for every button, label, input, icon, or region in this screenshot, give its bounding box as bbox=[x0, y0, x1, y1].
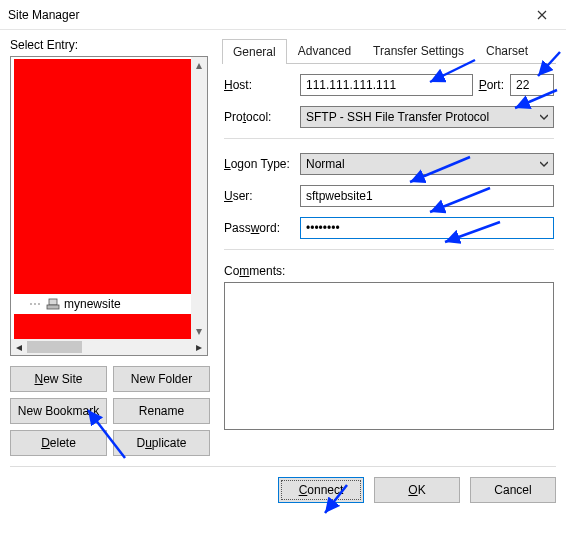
separator-2 bbox=[224, 249, 554, 250]
site-manager-window: Site Manager Select Entry: ⋯ mynewsite bbox=[0, 0, 566, 539]
password-label: Password: bbox=[224, 221, 294, 235]
tab-advanced[interactable]: Advanced bbox=[287, 38, 362, 63]
comments-textarea[interactable] bbox=[224, 282, 554, 430]
chevron-down-icon bbox=[540, 113, 548, 121]
separator-1 bbox=[224, 138, 554, 139]
vertical-scrollbar[interactable]: ▴ ▾ bbox=[191, 57, 207, 339]
site-name: mynewsite bbox=[64, 297, 121, 311]
server-icon bbox=[46, 297, 60, 311]
scroll-left-button[interactable]: ◂ bbox=[11, 339, 27, 355]
tab-general[interactable]: General bbox=[222, 39, 287, 64]
site-buttons: New Site New Folder New Bookmark Rename … bbox=[10, 366, 210, 456]
scroll-thumb[interactable] bbox=[27, 341, 82, 353]
logon-type-label: Logon Type: bbox=[224, 157, 294, 171]
tab-bar: General Advanced Transfer Settings Chars… bbox=[222, 38, 556, 64]
horizontal-scrollbar[interactable]: ◂ ▸ bbox=[11, 339, 207, 355]
svg-rect-0 bbox=[49, 299, 57, 305]
scroll-down-button[interactable]: ▾ bbox=[191, 323, 207, 339]
user-label: User: bbox=[224, 189, 294, 203]
duplicate-button[interactable]: Duplicate bbox=[113, 430, 210, 456]
right-panel: General Advanced Transfer Settings Chars… bbox=[222, 38, 556, 456]
new-folder-button[interactable]: New Folder bbox=[113, 366, 210, 392]
close-button[interactable] bbox=[520, 1, 564, 29]
redacted-block-top bbox=[14, 59, 191, 294]
tree-connector: ⋯ bbox=[29, 297, 42, 311]
new-site-button[interactable]: New Site bbox=[10, 366, 107, 392]
scroll-up-button[interactable]: ▴ bbox=[191, 57, 207, 73]
comments-label: Comments: bbox=[224, 264, 554, 278]
tree-content: ⋯ mynewsite bbox=[11, 57, 191, 339]
general-form: Host: Port: Protocol: SFTP - SSH File Tr… bbox=[222, 64, 556, 433]
logon-type-value: Normal bbox=[306, 157, 345, 171]
left-panel: Select Entry: ⋯ mynewsite ▴ ▾ bbox=[10, 38, 210, 456]
protocol-value: SFTP - SSH File Transfer Protocol bbox=[306, 110, 489, 124]
redacted-block-bottom bbox=[14, 314, 191, 339]
rename-button[interactable]: Rename bbox=[113, 398, 210, 424]
password-input[interactable] bbox=[300, 217, 554, 239]
select-entry-label: Select Entry: bbox=[10, 38, 210, 52]
connect-button[interactable]: Connect bbox=[278, 477, 364, 503]
footer-buttons: Connect OK Cancel bbox=[0, 467, 566, 515]
host-label: Host: bbox=[224, 78, 294, 92]
user-input[interactable] bbox=[300, 185, 554, 207]
logon-type-select[interactable]: Normal bbox=[300, 153, 554, 175]
delete-button[interactable]: Delete bbox=[10, 430, 107, 456]
protocol-select[interactable]: SFTP - SSH File Transfer Protocol bbox=[300, 106, 554, 128]
protocol-label: Protocol: bbox=[224, 110, 294, 124]
site-entry-mynewsite[interactable]: ⋯ mynewsite bbox=[29, 296, 121, 312]
title-bar: Site Manager bbox=[0, 0, 566, 30]
port-input[interactable] bbox=[510, 74, 554, 96]
scroll-right-button[interactable]: ▸ bbox=[191, 339, 207, 355]
window-title: Site Manager bbox=[8, 8, 520, 22]
tab-transfer-settings[interactable]: Transfer Settings bbox=[362, 38, 475, 63]
new-bookmark-button[interactable]: New Bookmark bbox=[10, 398, 107, 424]
chevron-down-icon bbox=[540, 160, 548, 168]
cancel-button[interactable]: Cancel bbox=[470, 477, 556, 503]
port-label: Port: bbox=[479, 78, 504, 92]
site-tree[interactable]: ⋯ mynewsite ▴ ▾ ◂ ▸ bbox=[10, 56, 208, 356]
host-input[interactable] bbox=[300, 74, 473, 96]
close-icon bbox=[537, 10, 547, 20]
tab-charset[interactable]: Charset bbox=[475, 38, 539, 63]
ok-button[interactable]: OK bbox=[374, 477, 460, 503]
svg-rect-1 bbox=[47, 305, 59, 309]
